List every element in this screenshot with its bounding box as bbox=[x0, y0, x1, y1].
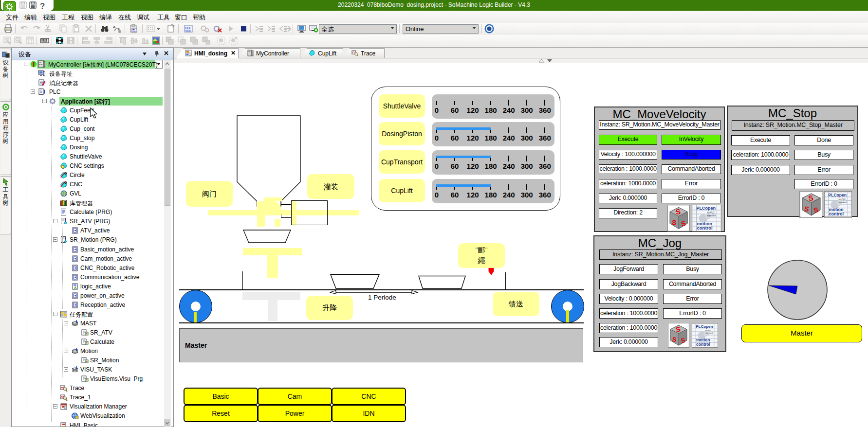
svg-text:A: A bbox=[74, 285, 77, 290]
svg-text:A: A bbox=[113, 25, 116, 29]
svg-text:for PLC: for PLC bbox=[705, 329, 712, 332]
svg-text:B: B bbox=[118, 29, 121, 34]
svg-text:PLCopen: PLCopen bbox=[829, 193, 847, 197]
svg-text:control: control bbox=[696, 342, 710, 347]
svg-text:PLCopen: PLCopen bbox=[696, 324, 713, 329]
svg-text:G: G bbox=[64, 172, 67, 175]
svg-text:G: G bbox=[64, 181, 67, 184]
svg-text:control: control bbox=[697, 225, 713, 231]
svg-text:standard: standard bbox=[838, 201, 847, 203]
svg-text:PLCopen: PLCopen bbox=[697, 206, 716, 211]
svg-text:standard: standard bbox=[707, 214, 716, 217]
svg-text:for PLC: for PLC bbox=[707, 212, 715, 214]
svg-text:control: control bbox=[829, 212, 844, 216]
svg-text:standard: standard bbox=[705, 332, 713, 334]
svg-text:for PLC: for PLC bbox=[838, 198, 845, 200]
